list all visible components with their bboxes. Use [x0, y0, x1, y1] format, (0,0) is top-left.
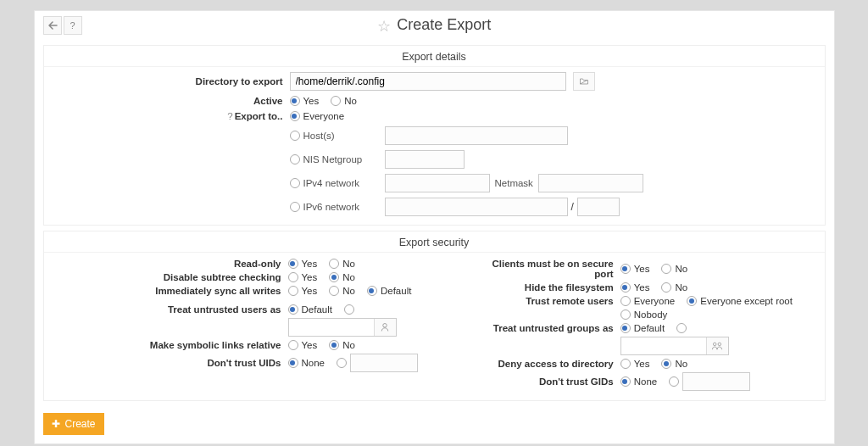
radio-deny-no[interactable]: [661, 359, 671, 369]
star-icon: ☆: [377, 18, 391, 35]
label-active: Active: [47, 96, 290, 106]
svg-point-1: [714, 343, 717, 346]
create-export-panel: ? ☆ Create Export Export details Directo…: [34, 10, 835, 444]
label-untrusted-users: Treat untrusted users as: [51, 304, 288, 315]
radio-active-no[interactable]: [331, 96, 341, 106]
topbar: ? ☆ Create Export: [35, 11, 834, 40]
netmask-input[interactable]: [538, 174, 643, 192]
page-title: Create Export: [397, 16, 491, 33]
svg-point-2: [718, 343, 721, 346]
radio-trust-everyone[interactable]: [620, 296, 631, 306]
radio-export-hosts[interactable]: [290, 131, 300, 141]
directory-input[interactable]: [290, 72, 566, 91]
label-symlinks: Make symbolic links relative: [51, 340, 288, 350]
help-button[interactable]: ?: [64, 16, 82, 35]
radio-hide-no[interactable]: [661, 282, 671, 293]
radio-untrusted-groups-default[interactable]: [620, 323, 631, 333]
nis-input[interactable]: [385, 150, 465, 169]
label-read-only: Read-only: [51, 259, 288, 269]
radio-export-ipv6[interactable]: [290, 202, 300, 212]
browse-directory-button[interactable]: [573, 72, 595, 91]
label-hosts: Host(s): [303, 131, 378, 141]
create-button[interactable]: ✚ Create: [43, 413, 104, 435]
radio-readonly-yes[interactable]: [288, 259, 298, 269]
radio-symlinks-yes[interactable]: [288, 340, 298, 350]
label-everyone: Everyone: [303, 111, 345, 121]
radio-untrusted-users-default[interactable]: [288, 304, 298, 315]
radio-gids-none[interactable]: [620, 376, 631, 387]
radio-deny-yes[interactable]: [620, 359, 631, 369]
label-netmask: Netmask: [495, 178, 533, 188]
label-untrusted-groups: Treat untrusted groups as: [472, 323, 620, 333]
gids-input[interactable]: [682, 372, 750, 391]
radio-subtree-no[interactable]: [329, 272, 339, 282]
label-deny-access: Deny access to directory: [472, 359, 620, 369]
label-no: No: [344, 96, 357, 106]
radio-export-nis[interactable]: [290, 154, 300, 164]
radio-untrusted-users-custom[interactable]: [344, 304, 354, 315]
untrusted-group-input-group: [620, 337, 729, 355]
uids-input[interactable]: [350, 354, 418, 372]
radio-secure-no[interactable]: [661, 264, 671, 274]
create-button-label: Create: [65, 418, 96, 430]
group-picker-button[interactable]: [706, 337, 728, 354]
radio-sync-yes[interactable]: [288, 286, 298, 296]
label-disable-subtree: Disable subtree checking: [51, 272, 288, 282]
radio-hide-yes[interactable]: [620, 282, 631, 293]
section-title-security: Export security: [44, 231, 825, 253]
radio-export-everyone[interactable]: [290, 111, 300, 121]
ipv4-input[interactable]: [385, 174, 490, 192]
ipv6-prefix-input[interactable]: [577, 198, 620, 216]
label-sync: Immediately sync all writes: [51, 286, 288, 296]
radio-trust-except-root[interactable]: [687, 296, 697, 306]
radio-subtree-yes[interactable]: [288, 272, 298, 282]
svg-point-0: [383, 324, 387, 328]
label-ipv6: IPv6 network: [303, 202, 378, 212]
radio-uids-custom[interactable]: [337, 358, 347, 368]
radio-readonly-no[interactable]: [329, 259, 339, 269]
untrusted-user-input[interactable]: [289, 319, 374, 336]
label-directory: Directory to export: [47, 76, 290, 86]
label-dont-trust-gids: Don't trust GIDs: [472, 376, 620, 387]
ipv6-input[interactable]: [385, 198, 568, 216]
help-icon[interactable]: ?: [227, 111, 232, 121]
user-picker-button[interactable]: [374, 319, 396, 336]
label-export-to: ?Export to..: [47, 111, 290, 121]
label-dont-trust-uids: Don't trust UIDs: [51, 358, 288, 368]
export-details-section: Export details Directory to export Activ…: [43, 45, 826, 226]
plus-icon: ✚: [52, 418, 60, 430]
radio-trust-nobody[interactable]: [620, 309, 631, 320]
section-title-details: Export details: [44, 46, 825, 67]
label-ipv4: IPv4 network: [303, 178, 378, 188]
label-no2: No: [342, 259, 355, 269]
label-yes: Yes: [303, 96, 320, 106]
radio-symlinks-no[interactable]: [329, 340, 339, 350]
label-yes2: Yes: [302, 259, 318, 269]
radio-export-ipv4[interactable]: [290, 178, 300, 188]
radio-active-yes[interactable]: [290, 96, 300, 106]
label-clients-secure: Clients must be on secure port: [472, 259, 620, 279]
radio-sync-no[interactable]: [329, 286, 339, 296]
export-security-section: Export security Read-only Yes No Disable…: [43, 231, 826, 401]
radio-uids-none[interactable]: [288, 358, 298, 368]
untrusted-group-input[interactable]: [621, 337, 706, 354]
untrusted-user-input-group: [288, 318, 397, 337]
radio-secure-yes[interactable]: [620, 264, 631, 274]
back-button[interactable]: [43, 16, 62, 35]
radio-gids-custom[interactable]: [669, 376, 679, 387]
label-hide-fs: Hide the filesystem: [472, 282, 620, 293]
hosts-input[interactable]: [385, 126, 568, 145]
label-trust-remote: Trust remote users: [472, 296, 620, 306]
radio-untrusted-groups-custom[interactable]: [676, 323, 687, 333]
label-nis: NIS Netgroup: [303, 154, 378, 164]
radio-sync-default[interactable]: [367, 286, 377, 296]
